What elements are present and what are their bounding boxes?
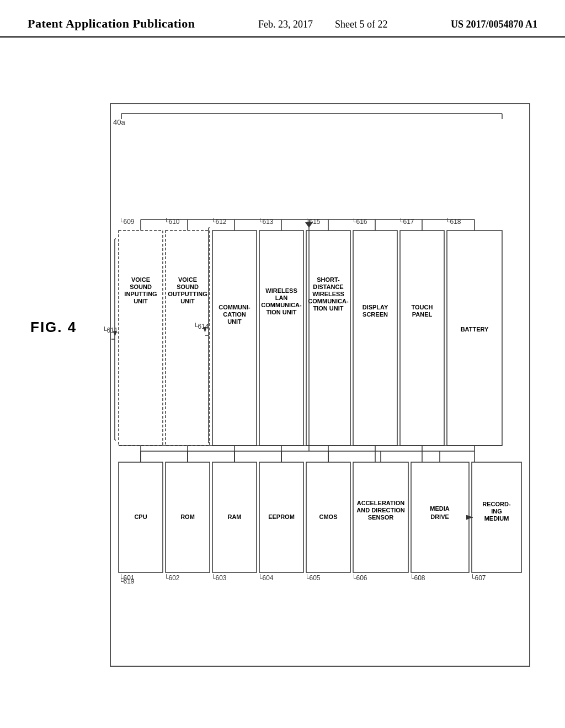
svg-text:UNIT: UNIT <box>180 298 195 304</box>
svg-text:DISPLAY: DISPLAY <box>363 304 388 311</box>
svg-text:BATTERY: BATTERY <box>461 326 489 333</box>
svg-text:40a: 40a <box>113 118 125 126</box>
svg-rect-35 <box>400 231 444 446</box>
svg-text:COMMUNI-: COMMUNI- <box>218 304 250 311</box>
diagram-svg: VOICE SOUND INPUTTING UNIT └609 VOICE SO… <box>77 87 541 694</box>
svg-text:MEDIA: MEDIA <box>430 505 450 512</box>
svg-text:└619: └619 <box>119 577 135 585</box>
svg-text:UNIT: UNIT <box>227 318 242 325</box>
svg-text:└610: └610 <box>164 218 180 226</box>
svg-text:└618: └618 <box>445 218 461 226</box>
svg-text:RECORD-: RECORD- <box>482 501 511 507</box>
svg-text:DISTANCE: DISTANCE <box>313 283 343 290</box>
svg-rect-39 <box>447 231 502 446</box>
svg-text:LAN: LAN <box>275 295 288 301</box>
svg-text:INPUTTING: INPUTTING <box>124 291 157 297</box>
svg-text:CATION: CATION <box>223 311 246 318</box>
svg-rect-1 <box>119 231 163 446</box>
header-left: Patent Application Publication <box>28 17 195 31</box>
svg-text:ROM: ROM <box>180 513 195 520</box>
svg-text:COMMUNICA-: COMMUNICA- <box>308 298 349 304</box>
svg-text:EEPROM: EEPROM <box>268 513 295 520</box>
svg-rect-7 <box>166 231 210 446</box>
svg-text:└616: └616 <box>351 218 367 226</box>
svg-text:UNIT: UNIT <box>134 298 148 304</box>
svg-text:SOUND: SOUND <box>130 283 152 290</box>
svg-rect-13 <box>212 231 257 446</box>
svg-text:PANEL: PANEL <box>412 311 433 318</box>
svg-text:└604: └604 <box>258 574 274 582</box>
svg-text:└602: └602 <box>164 574 180 582</box>
svg-text:VOICE: VOICE <box>178 276 197 283</box>
svg-text:VOICE: VOICE <box>131 276 150 283</box>
svg-text:OUTPUTTING: OUTPUTTING <box>168 291 207 297</box>
svg-text:WIRELESS: WIRELESS <box>312 291 344 297</box>
svg-text:CPU: CPU <box>134 513 147 520</box>
svg-text:ACCELERATION: ACCELERATION <box>357 500 405 506</box>
svg-text:RAM: RAM <box>227 513 241 520</box>
svg-text:TION UNIT: TION UNIT <box>313 305 344 312</box>
svg-text:DRIVE: DRIVE <box>430 513 449 520</box>
svg-text:TOUCH: TOUCH <box>412 304 433 311</box>
patent-number: US 2017/0054870 A1 <box>451 19 537 30</box>
svg-text:AND DIRECTION: AND DIRECTION <box>356 507 404 513</box>
svg-text:└603: └603 <box>211 574 227 582</box>
svg-text:└609: └609 <box>119 218 135 226</box>
header-meta: Feb. 23, 2017 Sheet 5 of 22 <box>258 19 387 30</box>
svg-text:└613: └613 <box>258 218 274 226</box>
svg-text:└612: └612 <box>211 218 227 226</box>
page-header: Patent Application Publication Feb. 23, … <box>0 0 565 38</box>
svg-text:SENSOR: SENSOR <box>368 514 394 521</box>
svg-text:└617: └617 <box>398 218 414 226</box>
svg-rect-31 <box>353 231 397 446</box>
svg-text:ING: ING <box>491 508 502 515</box>
publication-date: Feb. 23, 2017 <box>258 19 313 30</box>
svg-text:└605: └605 <box>305 574 321 582</box>
svg-text:COMMUNICA-: COMMUNICA- <box>261 302 302 308</box>
svg-text:SCREEN: SCREEN <box>363 311 388 318</box>
svg-text:TION UNIT: TION UNIT <box>266 309 297 315</box>
svg-text:CMOS: CMOS <box>319 513 338 520</box>
svg-text:SHORT-: SHORT- <box>317 276 340 283</box>
svg-rect-24 <box>306 231 350 446</box>
patent-title: Patent Application Publication <box>28 17 195 31</box>
svg-text:WIRELESS: WIRELESS <box>265 287 297 294</box>
svg-text:SOUND: SOUND <box>177 283 199 290</box>
figure-label: FIG. 4 <box>30 319 77 336</box>
svg-rect-18 <box>259 231 303 446</box>
svg-text:└608: └608 <box>409 574 425 582</box>
svg-text:└606: └606 <box>351 574 367 582</box>
svg-text:└607: └607 <box>470 574 486 582</box>
sheet-info: Sheet 5 of 22 <box>335 19 387 30</box>
svg-text:MEDIUM: MEDIUM <box>484 515 509 522</box>
svg-text:└614: └614 <box>193 323 209 330</box>
